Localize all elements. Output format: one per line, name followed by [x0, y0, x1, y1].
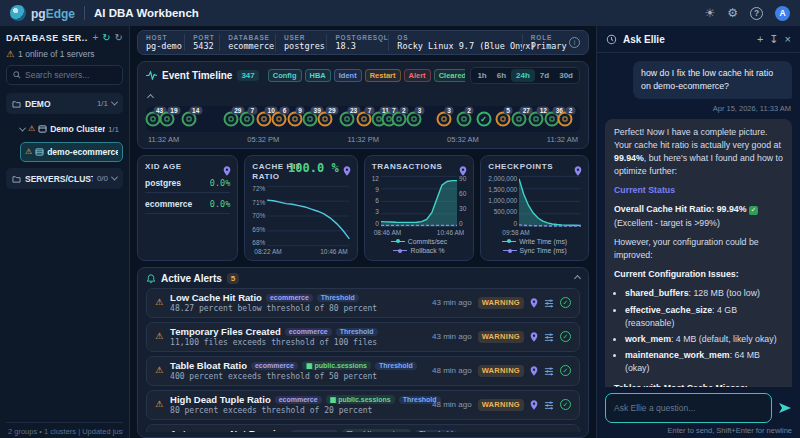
x-axis-tick: 10:46 AM: [320, 248, 347, 255]
alert-row[interactable]: ⚠Autovacuum Not Runningecommerce▦ public…: [146, 424, 580, 432]
alert-time: 43 min ago: [432, 332, 472, 341]
chart-legend-item[interactable]: Write Time (ms): [488, 237, 581, 246]
timeline-event-marker[interactable]: 23: [339, 112, 354, 127]
pin-icon[interactable]: [530, 362, 538, 380]
timeline-event-marker[interactable]: 2: [391, 112, 406, 127]
theme-toggle-icon[interactable]: ☀: [704, 7, 715, 19]
acknowledge-check-icon[interactable]: ✓: [560, 331, 571, 342]
time-range-30d[interactable]: 30d: [554, 69, 578, 82]
acknowledge-check-icon[interactable]: ✓: [560, 399, 571, 410]
sidebar-item-demo-ecommerce[interactable]: ⚠ demo-ecommerce: [20, 142, 123, 162]
alert-settings-icon[interactable]: [544, 430, 554, 433]
pin-icon[interactable]: [574, 162, 582, 180]
alert-settings-icon[interactable]: [544, 362, 554, 380]
timeline-event-marker[interactable]: ✓: [476, 112, 491, 127]
sidebar-group-demo[interactable]: DEMO 1/1: [6, 93, 123, 114]
time-range-24h[interactable]: 24h: [511, 69, 535, 82]
chevron-down-icon[interactable]: [111, 174, 118, 181]
event-filter-chip[interactable]: HBA: [305, 69, 331, 82]
hostbar-segment: OSRocky Linux 9.7 (Blue Onyx): [388, 34, 521, 51]
help-icon[interactable]: ?: [750, 7, 763, 20]
timeline-event-marker[interactable]: 9: [287, 112, 302, 127]
sync-icon[interactable]: ↻: [102, 32, 110, 43]
pin-icon[interactable]: [223, 162, 231, 180]
timeline-event-marker[interactable]: 12: [529, 112, 544, 127]
sidebar-group-servers-clusters[interactable]: SERVERS/CLUSTE... 0/0: [6, 168, 123, 189]
server-search[interactable]: [6, 65, 123, 85]
pin-icon[interactable]: [530, 430, 538, 433]
timeline-event-marker[interactable]: 39: [303, 112, 318, 127]
chat-input[interactable]: [605, 393, 772, 423]
timeline-event-marker[interactable]: 7: [240, 112, 255, 127]
acknowledge-check-icon[interactable]: ✓: [560, 297, 571, 308]
time-range-6h[interactable]: 6h: [492, 69, 511, 82]
collapse-chevron-icon[interactable]: [574, 275, 581, 282]
timeline-event-marker[interactable]: 29: [223, 112, 238, 127]
timeline-band[interactable]: 431914297106939292371172332✓52712362: [146, 106, 580, 132]
new-chat-icon[interactable]: +: [757, 34, 763, 45]
chevron-down-icon[interactable]: [111, 99, 118, 106]
sidebar-item-demo-cluster[interactable]: ⚠ Demo Cluster 1/1: [16, 119, 123, 139]
chart-legend-item[interactable]: Sync Time (ms): [488, 246, 581, 255]
timeline-event-marker[interactable]: 19: [159, 112, 174, 127]
legend-label: Rollback %: [410, 246, 444, 255]
alert-severity-badge: WARNING: [478, 297, 524, 309]
timeline-event-marker[interactable]: 7: [357, 112, 372, 127]
alert-settings-icon[interactable]: [544, 396, 554, 414]
hostbar-label: PORT: [193, 34, 211, 41]
alert-row[interactable]: ⚠Temporary Files CreatedecommerceThresho…: [146, 322, 580, 352]
timeline-event-marker[interactable]: 10: [257, 112, 272, 127]
alert-row[interactable]: ⚠High Dead Tuple Ratioecommerce▦ public.…: [146, 390, 580, 420]
info-icon[interactable]: i: [569, 37, 580, 48]
timeline-event-marker[interactable]: 3: [436, 112, 451, 127]
pin-icon[interactable]: [459, 162, 467, 180]
timeline-event-marker[interactable]: 5: [495, 112, 510, 127]
close-icon[interactable]: ×: [785, 34, 791, 45]
timeline-event-marker[interactable]: 43: [145, 112, 160, 127]
cluster-icon: [38, 125, 47, 133]
chart-legend-item[interactable]: Commits/sec: [372, 237, 467, 246]
alert-row[interactable]: ⚠Table Bloat Ratioecommerce▦ public.sess…: [146, 356, 580, 386]
alert-settings-icon[interactable]: [544, 294, 554, 312]
y-axis-tick: 500,000: [488, 208, 517, 215]
timeline-event-marker[interactable]: 29: [317, 112, 332, 127]
alert-tag-threshold: Threshold: [336, 328, 378, 336]
pin-icon[interactable]: [343, 162, 351, 180]
pin-icon[interactable]: [530, 328, 538, 346]
acknowledge-check-icon[interactable]: ✓: [560, 365, 571, 376]
search-input[interactable]: [25, 70, 116, 80]
history-clock-icon[interactable]: [606, 34, 617, 45]
pin-icon[interactable]: [530, 294, 538, 312]
settings-gear-icon[interactable]: ⚙: [727, 7, 738, 19]
download-icon[interactable]: ↧: [769, 34, 778, 45]
timeline-event-marker[interactable]: 14: [181, 112, 196, 127]
avatar[interactable]: A: [775, 6, 790, 21]
timeline-event-marker[interactable]: 6: [272, 112, 287, 127]
pin-icon[interactable]: [530, 396, 538, 414]
alert-tag-table: ▦ public.sessions: [342, 429, 411, 432]
timeline-event-marker[interactable]: 2: [456, 112, 471, 127]
event-filter-chip[interactable]: Restart: [365, 69, 401, 82]
event-filter-chip[interactable]: Ident: [334, 69, 362, 82]
timeline-event-marker[interactable]: 3: [407, 112, 422, 127]
collapse-chevron-icon[interactable]: [147, 94, 154, 101]
event-marker-glyph: [245, 117, 250, 122]
timeline-event-marker[interactable]: 2: [558, 112, 573, 127]
send-button[interactable]: [778, 402, 792, 414]
timeline-event-marker[interactable]: 27: [512, 112, 527, 127]
alert-severity-badge: WARNING: [478, 331, 524, 343]
time-range-7d[interactable]: 7d: [535, 69, 554, 82]
event-filter-chip[interactable]: Config: [268, 69, 302, 82]
time-range-1h[interactable]: 1h: [472, 69, 491, 82]
y-axis-tick: 2,000,000: [488, 175, 517, 182]
card-title: TRANSACTIONS: [372, 162, 467, 172]
chart-legend-item[interactable]: Rollback %: [372, 246, 467, 255]
add-server-icon[interactable]: +: [92, 32, 98, 43]
alert-settings-icon[interactable]: [544, 328, 554, 346]
chat-messages[interactable]: how do I fix the low cache hit ratio on …: [597, 53, 800, 387]
alert-row[interactable]: ⚠Low Cache Hit RatioecommerceThreshold48…: [146, 288, 580, 318]
refresh-icon[interactable]: ↻: [115, 32, 123, 43]
event-filter-chip[interactable]: Alert: [404, 69, 431, 82]
chevron-down-icon[interactable]: [19, 124, 26, 131]
event-filter-chip[interactable]: Cleared: [434, 69, 466, 82]
